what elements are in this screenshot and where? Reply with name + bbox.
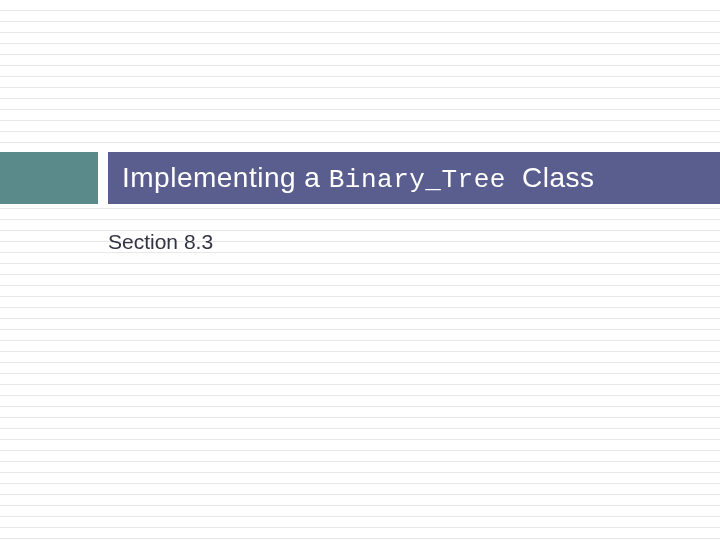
lined-background [0, 0, 720, 540]
slide-title: Implementing a Binary_Tree Class [122, 162, 594, 195]
title-code: Binary_Tree [329, 165, 522, 195]
title-gap [98, 152, 108, 204]
title-part1: Implementing a [122, 162, 329, 193]
slide-subtitle: Section 8.3 [108, 230, 213, 254]
title-part2: Class [522, 162, 595, 193]
title-bar-container: Implementing a Binary_Tree Class [0, 152, 720, 204]
title-bar: Implementing a Binary_Tree Class [108, 152, 720, 204]
accent-block [0, 152, 98, 204]
